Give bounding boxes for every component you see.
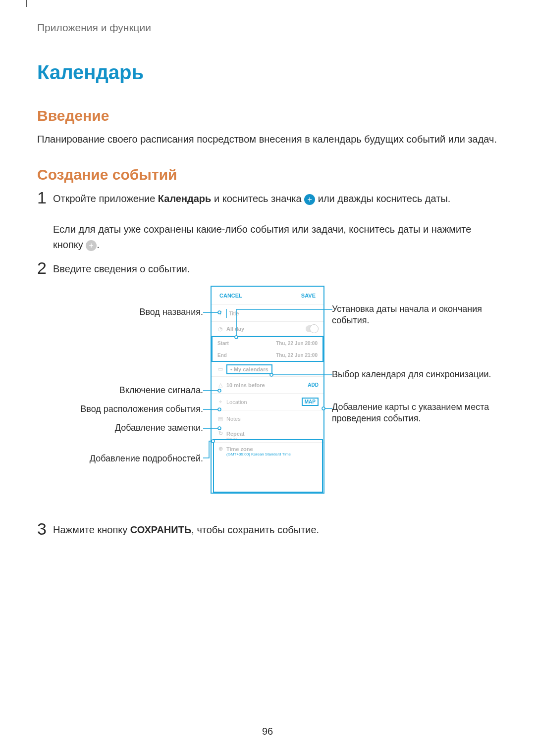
step1-text-mid: и коснитесь значка (211, 193, 304, 204)
page-crop-mark (26, 0, 27, 7)
repeat-value: Never (214, 437, 237, 441)
step1-line2-post: . (97, 239, 100, 250)
step-number: 1 (37, 189, 51, 252)
svg-point-13 (322, 407, 325, 410)
text-cursor (226, 309, 227, 318)
timezone-label: Time zone (226, 446, 253, 452)
callout-notes: Добавление заметки. (37, 422, 203, 434)
step-number: 2 (37, 259, 51, 277)
callout-wire (203, 439, 215, 463)
callout-wire (203, 407, 223, 413)
step3-text-pre: Нажмите кнопку (53, 524, 130, 535)
step-number: 3 (37, 520, 51, 538)
step-1: 1 Откройте приложение Календарь и коснит… (37, 191, 498, 252)
breadcrumb: Приложения и функции (37, 22, 498, 34)
step-2: 2 Введите сведения о событии. (37, 261, 498, 277)
timezone-value: (GMT+09:00) Korean Standard Time (214, 452, 291, 456)
plus-icon: + (304, 194, 315, 205)
callout-alarm: Включение сигнала. (37, 385, 203, 396)
map-button: MAP (302, 398, 319, 406)
phone-save-button: SAVE (301, 293, 316, 299)
callout-wire (203, 310, 223, 316)
alert-add-button: ADD (308, 382, 319, 388)
notes-icon: ▤ (214, 415, 226, 422)
svg-point-3 (218, 389, 221, 392)
end-label: End (213, 353, 242, 358)
callout-calendar: Выбор календаря для синхронизации. (332, 369, 495, 380)
callout-details: Добавление подробностей. (37, 453, 203, 464)
callout-wire (321, 406, 333, 412)
phone-alert-row: △ 10 mins before ADD (212, 377, 323, 394)
callout-wire (231, 307, 333, 342)
callout-map: Добавление карты с указанием места прове… (332, 402, 495, 425)
step2-text: Введите сведения о событии. (53, 261, 498, 277)
step1-text-post: или дважды коснитесь даты. (315, 193, 450, 204)
bell-icon: △ (214, 382, 226, 388)
section-heading-create: Создание событий (37, 166, 498, 183)
step1-line2-pre: Если для даты уже сохранены какие-либо с… (53, 224, 471, 250)
phone-cancel-button: CANCEL (219, 293, 242, 299)
page-number: 96 (0, 726, 535, 737)
phone-repeat-row: ↻ Repeat Never (212, 427, 323, 442)
callout-wire (269, 373, 333, 379)
step-3: 3 Нажмите кнопку СОХРАНИТЬ, чтобы сохран… (37, 522, 498, 538)
callout-location: Ввод расположения события. (37, 403, 203, 415)
step3-text-post: , чтобы сохранить событие. (191, 524, 319, 535)
callout-wire (203, 389, 223, 395)
plus-small-icon: + (86, 240, 97, 251)
intro-paragraph: Планирование своего расписания посредств… (37, 132, 498, 147)
notes-text: Notes (226, 416, 241, 422)
globe-icon: ⊕ (214, 446, 226, 452)
svg-point-9 (235, 336, 238, 339)
callout-title: Ввод названия. (37, 306, 203, 318)
my-calendars-box: • My calendars (226, 364, 272, 374)
svg-point-11 (270, 373, 273, 376)
phone-location-row: ⌖ Location MAP (212, 394, 323, 410)
event-editor-diagram: CANCEL SAVE T Title ◔ All day Start Thu,… (37, 286, 498, 508)
step1-text-pre: Откройте приложение (53, 193, 158, 204)
calendar-icon: ▭ (214, 366, 226, 372)
svg-point-7 (218, 427, 221, 430)
pin-icon: ⌖ (214, 399, 226, 405)
phone-timezone-row: ⊕ Time zone (GMT+09:00) Korean Standard … (212, 442, 323, 459)
svg-point-1 (218, 311, 221, 314)
manual-page: Приложения и функции Календарь Введение … (0, 0, 535, 756)
location-text: Location (226, 399, 247, 405)
alert-text: 10 mins before (226, 382, 265, 388)
section-heading-intro: Введение (37, 107, 498, 124)
clock-icon: ◔ (214, 326, 226, 332)
svg-point-5 (218, 408, 221, 411)
step1-app-name: Календарь (158, 193, 212, 204)
phone-notes-row: ▤ Notes (212, 410, 323, 427)
end-value: Thu, 22 Jun 21:00 (242, 353, 322, 358)
repeat-label: Repeat (226, 431, 245, 437)
page-title: Календарь (37, 61, 498, 84)
step3-bold: СОХРАНИТЬ (130, 524, 192, 535)
callout-wire (203, 426, 223, 432)
callout-dates: Установка даты начала и окончания событи… (332, 303, 495, 327)
svg-point-8 (212, 440, 214, 443)
